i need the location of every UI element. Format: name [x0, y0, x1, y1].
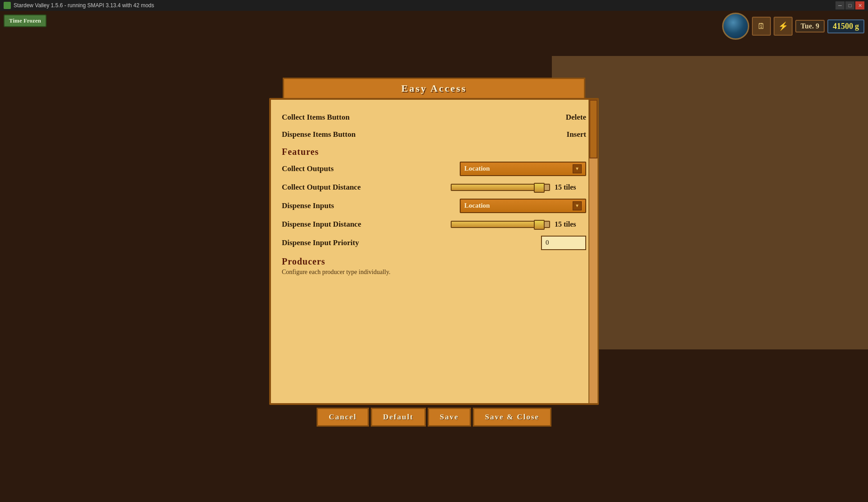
hud-date-box: Tue. 9 [795, 20, 825, 33]
app-icon [4, 2, 11, 9]
window-controls: ─ □ ✕ [835, 1, 864, 9]
dispense-input-distance-label: Dispense Input Distance [282, 220, 361, 229]
collect-output-distance-row: Collect Output Distance 15 tiles [282, 179, 586, 196]
hud-money-box: 41500 g [827, 19, 864, 33]
collect-outputs-dropdown[interactable]: Location ▼ [460, 162, 586, 176]
dispense-items-value: Insert [567, 130, 586, 139]
producers-header: Producers [282, 256, 586, 267]
dispense-inputs-row: Dispense Inputs Location ▼ [282, 196, 586, 216]
dispense-input-distance-slider-container: 15 tiles [451, 220, 586, 228]
cancel-button[interactable]: Cancel [317, 408, 369, 427]
dispense-input-distance-fill [452, 222, 539, 227]
time-frozen-badge: Time Frozen [4, 14, 47, 27]
dispense-input-priority-label: Dispense Input Priority [282, 238, 359, 247]
maximize-button[interactable]: □ [845, 1, 854, 9]
dialog-title: Easy Access [401, 83, 467, 94]
collect-output-distance-track[interactable] [451, 184, 550, 191]
title-bar: Stardew Valley 1.5.6 - running SMAPI 3.1… [0, 0, 868, 11]
collect-output-distance-value: 15 tiles [555, 183, 586, 191]
dialog-body: Collect Items Button Delete Dispense Ite… [269, 98, 599, 405]
dispense-input-priority-row: Dispense Input Priority [282, 233, 586, 253]
save-button[interactable]: Save [428, 408, 471, 427]
scrollbar-thumb[interactable] [589, 100, 597, 158]
dialog-overlay: Easy Access Collect Items Button Delete … [0, 11, 868, 502]
dialog-title-bar: Easy Access [283, 78, 585, 98]
collect-output-distance-label: Collect Output Distance [282, 183, 361, 192]
collect-items-row: Collect Items Button Delete [282, 109, 586, 126]
collect-items-value: Delete [566, 113, 586, 122]
dispense-input-distance-value: 15 tiles [555, 220, 586, 228]
collect-outputs-label: Collect Outputs [282, 164, 334, 173]
collect-output-distance-thumb[interactable] [534, 183, 545, 193]
dispense-input-distance-row: Dispense Input Distance 15 tiles [282, 216, 586, 233]
dispense-input-distance-track[interactable] [451, 221, 550, 228]
hud-globe [722, 13, 749, 40]
dispense-input-priority-input[interactable] [541, 236, 586, 250]
collect-outputs-row: Collect Outputs Location ▼ [282, 159, 586, 179]
hud-topright: 🗓 ⚡ Tue. 9 41500 g [722, 13, 864, 40]
dispense-inputs-dropdown-arrow: ▼ [573, 201, 582, 210]
collect-output-distance-fill [452, 185, 539, 190]
features-header: Features [282, 147, 586, 157]
dispense-inputs-dropdown-label: Location [464, 202, 490, 209]
hud-money-value: 41500 [833, 22, 853, 31]
dispense-input-distance-thumb[interactable] [534, 220, 545, 230]
producers-description: Configure each producer type individuall… [282, 269, 586, 276]
hud-icon-1: 🗓 [752, 17, 771, 36]
dialog-container: Easy Access Collect Items Button Delete … [269, 78, 599, 427]
hud-date: Tue. 9 [801, 22, 819, 30]
hud-money-symbol: g [855, 22, 859, 31]
dispense-items-label: Dispense Items Button [282, 130, 355, 139]
dialog-scrollbar[interactable] [588, 100, 598, 403]
title-bar-text: Stardew Valley 1.5.6 - running SMAPI 3.1… [14, 2, 835, 9]
close-button[interactable]: ✕ [855, 1, 864, 9]
dispense-inputs-label: Dispense Inputs [282, 201, 334, 210]
collect-items-label: Collect Items Button [282, 113, 350, 122]
dispense-items-row: Dispense Items Button Insert [282, 126, 586, 143]
collect-output-distance-slider-container: 15 tiles [451, 183, 586, 191]
save-close-button[interactable]: Save & Close [473, 408, 551, 427]
collect-outputs-dropdown-label: Location [464, 165, 490, 172]
minimize-button[interactable]: ─ [835, 1, 845, 9]
collect-outputs-dropdown-arrow: ▼ [573, 164, 582, 173]
hud-icon-2: ⚡ [774, 17, 793, 36]
game-background: Time Frozen 🗓 ⚡ Tue. 9 41500 g Easy Acce… [0, 11, 868, 502]
dispense-inputs-dropdown[interactable]: Location ▼ [460, 199, 586, 213]
dialog-footer: Cancel Default Save Save & Close [269, 408, 599, 427]
default-button[interactable]: Default [371, 408, 426, 427]
